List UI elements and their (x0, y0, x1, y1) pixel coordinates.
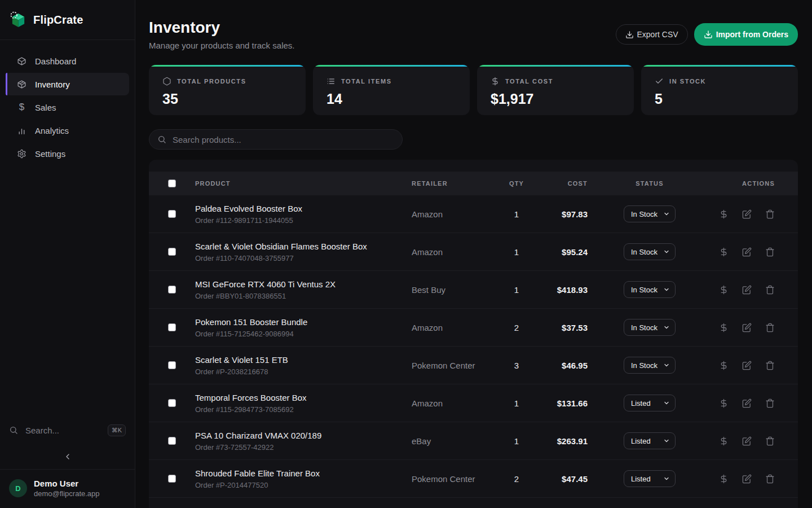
export-csv-button[interactable]: Export CSV (616, 24, 688, 45)
status-select[interactable]: In Stock (624, 319, 676, 336)
product-order-number: Order #73-72557-42922 (195, 443, 412, 452)
delete-button[interactable] (765, 361, 775, 370)
sidebar-item-settings[interactable]: Settings (6, 142, 129, 165)
retailer: Amazon (412, 209, 491, 219)
cost: $95.24 (542, 247, 610, 257)
product-search-input[interactable]: Search products... (149, 129, 403, 150)
table-row: Scarlet & Violet 151 ETB Order #P-203821… (149, 347, 798, 384)
table-row: PSA 10 Charizard VMAX 020/189 Order #73-… (149, 422, 798, 460)
status-select[interactable]: Listed (624, 470, 676, 487)
trash-icon (765, 474, 775, 484)
row-checkbox[interactable] (168, 248, 176, 256)
gear-icon (17, 149, 27, 159)
status-select[interactable]: In Stock (624, 205, 676, 222)
record-sale-button[interactable] (719, 209, 729, 219)
delete-button[interactable] (765, 285, 775, 295)
record-sale-button[interactable] (719, 247, 729, 257)
row-checkbox[interactable] (168, 286, 176, 294)
sidebar-search-input[interactable]: Search... ⌘K (9, 421, 126, 440)
record-sale-button[interactable] (719, 474, 729, 484)
brand-header: FlipCrate (0, 0, 135, 40)
sidebar-search-placeholder: Search... (25, 426, 100, 435)
edit-button[interactable] (742, 361, 752, 370)
flipcrate-logo-icon (10, 11, 27, 29)
delete-button[interactable] (765, 474, 775, 484)
product-order-number: Order #115-2984773-7085692 (195, 405, 412, 414)
row-checkbox[interactable] (168, 437, 176, 445)
product-order-number: Order #P-2014477520 (195, 481, 412, 489)
product-name: Paldea Evolved Booster Box (195, 204, 412, 213)
quantity: 1 (491, 285, 542, 295)
import-from-orders-button[interactable]: Import from Orders (694, 23, 798, 46)
sidebar-item-analytics[interactable]: Analytics (6, 119, 129, 142)
column-header-actions: ACTIONS (689, 180, 798, 187)
column-header-product: PRODUCT (195, 180, 412, 187)
status-select[interactable]: In Stock (624, 357, 676, 374)
sidebar-collapse-button[interactable] (0, 448, 135, 469)
delete-button[interactable] (765, 247, 775, 257)
dollar-icon (719, 398, 729, 408)
status-select[interactable]: Listed (624, 432, 676, 449)
sidebar-item-inventory[interactable]: Inventory (6, 73, 129, 95)
record-sale-button[interactable] (719, 361, 729, 370)
edit-button[interactable] (742, 398, 752, 408)
stat-cards: TOTAL PRODUCTS 35 TOTAL ITEMS 14 TOTAL C… (149, 65, 798, 115)
row-checkbox[interactable] (168, 210, 176, 218)
edit-button[interactable] (742, 323, 752, 332)
record-sale-button[interactable] (719, 398, 729, 408)
table-row: MSI GeForce RTX 4060 Ti Ventus 2X Order … (149, 271, 798, 309)
row-checkbox[interactable] (168, 323, 176, 331)
download-icon (625, 30, 634, 39)
check-icon (655, 77, 664, 86)
chevron-down-icon (663, 248, 670, 255)
search-icon (157, 135, 166, 144)
select-all-checkbox[interactable] (168, 179, 176, 187)
table-body: Paldea Evolved Booster Box Order #112-98… (149, 195, 798, 508)
chevron-left-icon (63, 452, 72, 461)
cost: $37.53 (542, 323, 610, 332)
product-name: MSI GeForce RTX 4060 Ti Ventus 2X (195, 279, 412, 289)
status-select[interactable]: Listed (624, 395, 676, 411)
product-order-number: Order #112-9891711-1944055 (195, 216, 412, 225)
inventory-table: PRODUCT RETAILER QTY COST STATUS ACTIONS… (149, 160, 798, 508)
row-checkbox[interactable] (168, 475, 176, 483)
record-sale-button[interactable] (719, 323, 729, 332)
main-content: Inventory Manage your products and track… (135, 0, 812, 508)
status-value: In Stock (631, 323, 657, 332)
edit-button[interactable] (742, 436, 752, 446)
delete-button[interactable] (765, 436, 775, 446)
product-order-number: Order #110-7407048-3755977 (195, 254, 412, 262)
delete-button[interactable] (765, 209, 775, 219)
sidebar-item-sales[interactable]: $ Sales (6, 96, 129, 119)
dollar-icon (719, 436, 729, 446)
record-sale-button[interactable] (719, 285, 729, 295)
table-row: EVGA GeForce RTX 4070 Ti FTW3 (149, 498, 798, 508)
column-header-retailer: RETAILER (412, 180, 491, 187)
delete-button[interactable] (765, 398, 775, 408)
chevron-down-icon (663, 286, 670, 293)
row-checkbox[interactable] (168, 399, 176, 407)
row-checkbox[interactable] (168, 361, 176, 369)
retailer: Amazon (412, 323, 491, 332)
avatar: D (9, 479, 27, 497)
quantity: 1 (491, 398, 542, 408)
user-name: Demo User (34, 479, 100, 488)
product-name: Scarlet & Violet 151 ETB (195, 355, 412, 365)
edit-icon (742, 247, 752, 257)
edit-button[interactable] (742, 474, 752, 484)
edit-button[interactable] (742, 247, 752, 257)
edit-button[interactable] (742, 209, 752, 219)
status-select[interactable]: In Stock (624, 281, 676, 298)
sidebar-item-dashboard[interactable]: Dashboard (6, 50, 129, 72)
product-name: Shrouded Fable Elite Trainer Box (195, 468, 412, 478)
chevron-down-icon (663, 211, 670, 217)
status-value: In Stock (631, 286, 657, 294)
user-profile[interactable]: D Demo User demo@flipcrate.app (0, 469, 135, 508)
record-sale-button[interactable] (719, 436, 729, 446)
delete-button[interactable] (765, 323, 775, 332)
hexagon-icon (162, 77, 171, 86)
edit-button[interactable] (742, 285, 752, 295)
retailer: Amazon (412, 247, 491, 257)
status-select[interactable]: In Stock (624, 243, 676, 260)
edit-icon (742, 398, 752, 408)
